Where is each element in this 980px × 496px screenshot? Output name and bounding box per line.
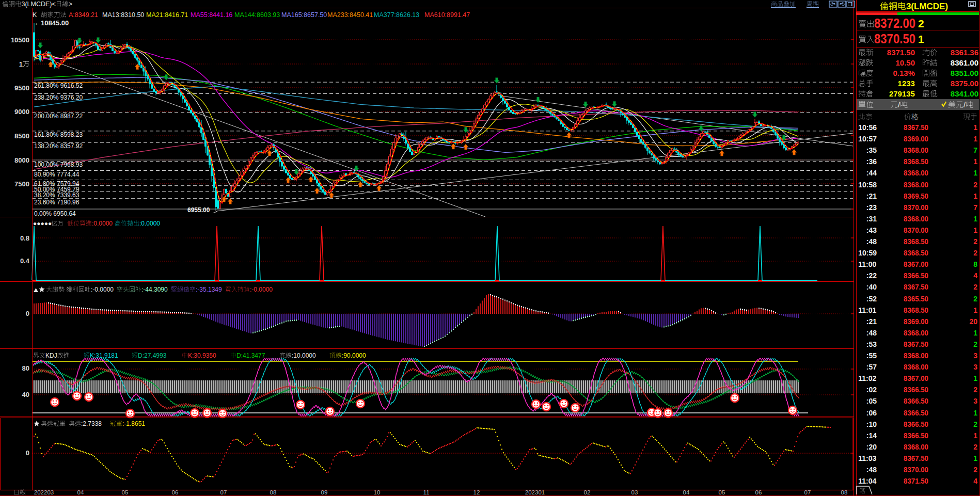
svg-text:38.20% 7339.63: 38.20% 7339.63	[34, 191, 80, 199]
svg-text:200.00% 8987.22: 200.00% 8987.22	[34, 113, 83, 120]
svg-text:06: 06	[755, 489, 762, 495]
svg-text::-0.0000: :-0.0000	[91, 286, 114, 293]
svg-text::-35.1349: :-35.1349	[196, 286, 222, 293]
svg-text:8368.00: 8368.00	[904, 146, 928, 154]
svg-text:D:27.4993: D:27.4993	[138, 352, 167, 359]
svg-text::44: :44	[866, 169, 877, 177]
svg-text:8367.00: 8367.00	[904, 260, 928, 268]
svg-text:MA144:8603.93: MA144:8603.93	[234, 11, 280, 19]
svg-text:8369.50: 8369.50	[904, 192, 928, 200]
svg-text:20: 20	[969, 317, 977, 326]
svg-text::48: :48	[866, 237, 877, 246]
svg-text:279135: 279135	[889, 89, 915, 98]
svg-text:←10845.00: ←10845.00	[34, 19, 69, 27]
svg-text:MA21:8416.71: MA21:8416.71	[146, 11, 188, 19]
svg-text:05: 05	[719, 489, 725, 495]
svg-text:8369.00: 8369.00	[904, 135, 928, 143]
svg-text:8370.50: 8370.50	[874, 31, 915, 46]
svg-text:0: 0	[26, 310, 29, 317]
svg-text::53: :53	[866, 340, 877, 348]
svg-text:1: 1	[973, 123, 977, 132]
svg-text::-0.0000: :-0.0000	[250, 286, 273, 293]
svg-text::2.7338: :2.7338	[81, 420, 102, 427]
svg-text:202203: 202203	[34, 489, 54, 495]
svg-text:1: 1	[973, 215, 977, 223]
svg-text:D:41.3477: D:41.3477	[236, 352, 265, 359]
svg-text::52: :52	[866, 295, 877, 303]
svg-text:>: >	[69, 1, 72, 8]
svg-text:1: 1	[973, 135, 977, 143]
svg-text:2: 2	[973, 181, 977, 189]
svg-text:08: 08	[270, 489, 277, 495]
svg-text:2: 2	[973, 443, 977, 451]
svg-text::02: :02	[866, 386, 877, 394]
svg-text::10: :10	[866, 420, 877, 428]
svg-text:8368.00: 8368.00	[904, 329, 928, 337]
svg-text:10:58: 10:58	[858, 181, 877, 189]
svg-text:2: 2	[973, 237, 977, 246]
svg-text:8371.50: 8371.50	[887, 48, 915, 57]
svg-text:1: 1	[973, 329, 977, 337]
svg-text:80.90% 7774.44: 80.90% 7774.44	[34, 171, 80, 178]
svg-text:10:59: 10:59	[858, 249, 877, 257]
svg-text:23.60% 7190.96: 23.60% 7190.96	[34, 199, 80, 206]
svg-text:K:30.9350: K:30.9350	[188, 352, 216, 359]
svg-text:3: 3	[973, 351, 977, 360]
svg-text:1: 1	[973, 409, 977, 417]
svg-text:04: 04	[683, 489, 690, 495]
svg-text:8370.00: 8370.00	[904, 203, 928, 212]
svg-text:8367.50: 8367.50	[904, 454, 928, 462]
svg-text:1: 1	[973, 169, 977, 177]
svg-text::31: :31	[866, 215, 877, 223]
svg-text::36: :36	[866, 157, 877, 166]
svg-text:格: 格	[911, 113, 919, 121]
svg-text:8367.00: 8367.00	[904, 374, 928, 382]
svg-text:7: 7	[973, 203, 977, 212]
svg-text:8351.00: 8351.00	[951, 69, 978, 77]
svg-text:1233: 1233	[898, 79, 915, 88]
svg-text:8366.50: 8366.50	[904, 271, 928, 280]
svg-text:8368.50: 8368.50	[904, 237, 928, 246]
svg-text:8367.50: 8367.50	[904, 123, 928, 132]
svg-text:0: 0	[26, 449, 29, 457]
svg-text::43: :43	[866, 226, 877, 234]
svg-text:KDJ: KDJ	[45, 352, 57, 359]
svg-text:2: 2	[918, 18, 924, 29]
svg-text:8366.50: 8366.50	[904, 431, 928, 440]
svg-text:1: 1	[973, 374, 977, 382]
svg-text:1: 1	[918, 33, 924, 45]
svg-text:08: 08	[841, 489, 848, 495]
svg-text:07: 07	[220, 489, 227, 495]
svg-text:6955.00: 6955.00	[187, 206, 210, 214]
svg-text::10.0000: :10.0000	[292, 352, 316, 359]
svg-text:8341.00: 8341.00	[951, 89, 978, 98]
svg-text:11:00: 11:00	[858, 260, 876, 268]
svg-text:10:56: 10:56	[858, 123, 877, 132]
svg-text:0.13%: 0.13%	[893, 69, 915, 77]
svg-text:8369.00: 8369.00	[904, 317, 928, 326]
svg-text:2: 2	[973, 283, 977, 291]
svg-text:9500: 9500	[14, 84, 29, 92]
svg-text::20: :20	[866, 443, 877, 451]
svg-text:238.20% 9376.20: 238.20% 9376.20	[34, 94, 83, 101]
svg-text:161.80% 8598.23: 161.80% 8598.23	[34, 131, 83, 138]
svg-text::90.0000: :90.0000	[342, 352, 366, 359]
svg-text:261.80% 9616.52: 261.80% 9616.52	[34, 82, 83, 89]
svg-text:07: 07	[804, 489, 811, 495]
svg-text:0.00% 6950.64: 0.00% 6950.64	[34, 210, 76, 217]
svg-text:1: 1	[973, 226, 977, 234]
svg-text:8366.50: 8366.50	[904, 409, 928, 417]
svg-text:8368.00: 8368.00	[904, 443, 928, 451]
svg-text:2: 2	[973, 340, 977, 348]
svg-text::0.0000: :0.0000	[92, 220, 113, 227]
svg-text::55: :55	[866, 351, 877, 360]
svg-text:40: 40	[22, 391, 29, 398]
svg-text:2: 2	[973, 466, 977, 474]
svg-text:2: 2	[973, 249, 977, 257]
svg-text:10:57: 10:57	[858, 135, 877, 143]
svg-text:2: 2	[973, 386, 977, 394]
svg-text:11:04: 11:04	[858, 477, 876, 485]
svg-text:10.50: 10.50	[896, 58, 915, 67]
svg-text:09: 09	[321, 489, 328, 495]
svg-text:K:31.9181: K:31.9181	[90, 352, 118, 359]
